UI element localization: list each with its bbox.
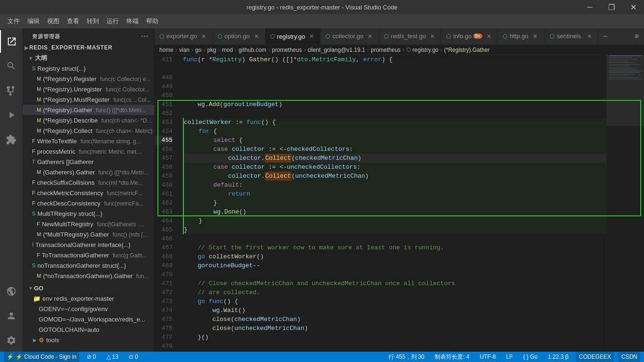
go-toolchain-value[interactable]: GOTOOLCHAIN=auto — [23, 324, 154, 335]
menu-goto[interactable]: 转到 — [83, 15, 103, 27]
status-warnings[interactable]: △ 13 — [104, 352, 121, 362]
breadcrumb-prometheus1[interactable]: prometheus — [272, 47, 302, 53]
outline-mustregister[interactable]: M (*Registry).MustRegister func(cs ...Co… — [23, 94, 154, 105]
outline-writetextfile[interactable]: F WriteToTextfile func(filename string, … — [23, 136, 154, 146]
go-tools[interactable]: ▶ ⚙ tools — [23, 335, 154, 345]
sidebar-more-icon[interactable]: ··· — [141, 32, 149, 41]
outline-multit[interactable]: S MultiTRegistry struct{...} — [23, 208, 154, 219]
tab-close-http[interactable]: ✕ — [531, 33, 539, 40]
tab-exporter[interactable]: ⬡ exporter.go ✕ — [155, 28, 213, 44]
outline-registry[interactable]: S Registry struct{...} — [23, 63, 154, 74]
breadcrumb-gather-method[interactable]: (*Registry).Gather — [444, 47, 490, 53]
tab-info[interactable]: ⬡ info.go 9+ ✕ — [441, 28, 497, 44]
outline-checkdesc[interactable]: F checkDescConsistency func(metricFa... — [23, 198, 154, 208]
outline-processmetric[interactable]: F processMetric func(metric Metric, met.… — [23, 146, 154, 156]
tab-collector[interactable]: ⬡ collector.go ✕ — [321, 28, 379, 44]
settings-icon[interactable] — [0, 329, 23, 352]
source-control-icon[interactable] — [0, 79, 23, 102]
close-button[interactable]: ✕ — [622, 0, 644, 14]
outline-gatherers[interactable]: T Gatherers []Gatherer — [23, 156, 154, 167]
go-mod-value[interactable]: GOMOD=~/Java_Workspace/redis_e... — [23, 314, 154, 324]
outline-newmulti[interactable]: F NewMultiTRegistry func(tGatherers .... — [23, 219, 154, 229]
breadcrumb-mod[interactable]: mod — [222, 47, 233, 53]
menu-terminal[interactable]: 终端 — [123, 15, 142, 27]
outline-header[interactable]: ▼ 大纲 — [23, 53, 154, 63]
breadcrumb-home[interactable]: home — [159, 47, 173, 53]
extensions-icon[interactable] — [0, 128, 23, 151]
status-line-ending[interactable]: LF — [504, 352, 516, 362]
outline-totransact[interactable]: F ToTransactionalGatherer func(g Gath... — [23, 250, 154, 260]
outline-checksuffix[interactable]: F checkSuffixCollisions func(mf *dto.Me.… — [23, 177, 154, 188]
status-csdn[interactable]: CSDN — [619, 352, 640, 362]
outline-describe[interactable]: M (*Registry).Describe func(ch chan<- *D… — [23, 115, 154, 125]
outline-multit-gather[interactable]: M (*MultiTRegistry).Gather func() (mfs [… — [23, 229, 154, 239]
explorer-icon[interactable] — [0, 30, 23, 53]
status-line-col[interactable]: 行 455，列 30 — [386, 352, 427, 362]
tab-close-option[interactable]: ✕ — [253, 33, 260, 40]
tab-http[interactable]: ⬡ http.go ✕ — [498, 28, 545, 44]
menubar: 文件 编辑 视图 查看 转到 运行 终端 帮助 — [0, 14, 644, 28]
breadcrumb-registry-file[interactable]: ⬡ registry.go — [406, 47, 438, 53]
outline-notransact[interactable]: S noTransactionGatherer struct{...} — [23, 260, 154, 271]
titlebar-title: registry.go - redis_exporter-master - Vi… — [247, 4, 397, 11]
status-indent[interactable]: 制表符长度: 4 — [432, 352, 472, 362]
status-encoding[interactable]: UTF-8 — [477, 352, 499, 362]
tab-option[interactable]: ⬡ option.go ✕ — [213, 28, 265, 44]
tab-close-redis-test[interactable]: ✕ — [429, 33, 436, 40]
outline-transact[interactable]: I TransactionalGatherer interface{...} — [23, 239, 154, 250]
indent-label: 制表符长度: 4 — [435, 353, 469, 361]
tab-close-registry[interactable]: ✕ — [308, 33, 315, 40]
outline-collect[interactable]: M (*Registry).Collect func(ch chan<- Met… — [23, 125, 154, 136]
run-debug-icon[interactable] — [0, 104, 23, 126]
tab-sentinels[interactable]: ⬡ sentinels. ✕ — [545, 28, 598, 44]
tab-close-collector[interactable]: ✕ — [366, 33, 374, 40]
menu-edit[interactable]: 编辑 — [24, 15, 43, 27]
search-icon[interactable] — [0, 55, 23, 77]
breadcrumb-client[interactable]: client_golang@v1.19.1 — [307, 47, 365, 53]
menu-select[interactable]: 视图 — [43, 15, 63, 27]
remote-icon[interactable] — [0, 280, 23, 303]
tab-registry[interactable]: ⬡ registry.go ✕ — [265, 28, 321, 44]
breadcrumb-go[interactable]: go — [195, 47, 201, 53]
editor-area: ⬡ exporter.go ✕ ⬡ option.go ✕ ⬡ registry… — [155, 28, 644, 352]
tab-close-exporter[interactable]: ✕ — [200, 33, 207, 40]
statusbar-right: 行 455，列 30 制表符长度: 4 UTF-8 LF { } Go 1.22… — [386, 352, 640, 362]
go-section-header[interactable]: ▼ GO — [23, 283, 154, 293]
tab-close-sentinels[interactable]: ✕ — [586, 33, 593, 40]
minimap[interactable] — [606, 55, 644, 352]
status-codegeex[interactable]: CODEGEEX — [576, 352, 614, 362]
menu-help[interactable]: 帮助 — [142, 15, 162, 27]
status-language[interactable]: { } Go — [520, 352, 541, 362]
status-info[interactable]: ⊙ 0 — [126, 352, 141, 362]
outline-unregister[interactable]: M (*Registry).Unregister func(c Collecto… — [23, 84, 154, 94]
outline-notransact-gather[interactable]: M (*noTransactionGatherer).Gather fun... — [23, 271, 154, 281]
go-env-folder[interactable]: 📁 env redis_exporter-master — [23, 293, 154, 304]
outline-checkmetric[interactable]: F checkMetricConsistency func(metricF... — [23, 188, 154, 198]
breadcrumb-vian[interactable]: vian — [179, 47, 190, 53]
tab-redis-test[interactable]: ⬡ redis_test.go ✕ — [379, 28, 441, 44]
code-content[interactable]: func (r *Registry) Gather() ([]*dto.Metr… — [178, 55, 606, 352]
status-errors[interactable]: ⊘ 0 — [84, 352, 99, 362]
sidebar-content[interactable]: ▶ REDIS_EXPORTER-MASTER ▼ 大纲 S Registry … — [23, 42, 154, 352]
breadcrumb-pkg[interactable]: pkg — [207, 47, 216, 53]
outline-gatherers-gather[interactable]: M (Gatherers).Gather func() ([]*dto.Metr… — [23, 167, 154, 177]
maximize-button[interactable]: ❐ — [601, 0, 622, 14]
status-remote[interactable]: ⚡ ⚡ Cloud Code - Sign in — [4, 352, 79, 362]
tab-close-info[interactable]: ✕ — [485, 33, 493, 40]
encoding-label: UTF-8 — [480, 354, 496, 360]
code-line-459: return — [183, 189, 606, 198]
menu-view[interactable]: 查看 — [63, 15, 83, 27]
breadcrumb-github[interactable]: github.com — [239, 47, 266, 53]
go-env-value[interactable]: GOENV=~/.config/go/env — [23, 304, 154, 314]
account-icon[interactable] — [0, 304, 23, 327]
tabs-split-button[interactable]: ⊞ — [630, 28, 644, 44]
outline-register[interactable]: M (*Registry).Register func(c Collector)… — [23, 74, 154, 84]
status-go-version[interactable]: 1.22.3 β — [545, 352, 571, 362]
breadcrumb-prometheus2[interactable]: prometheus — [371, 47, 400, 53]
tabs-more-button[interactable]: ⋯ — [598, 28, 612, 44]
minimize-button[interactable]: ─ — [579, 0, 601, 14]
outline-gather[interactable]: M (*Registry).Gather func() ([]*dto.Metr… — [23, 105, 154, 115]
menu-run[interactable]: 运行 — [103, 15, 123, 27]
menu-file[interactable]: 文件 — [4, 15, 24, 27]
tree-root[interactable]: ▶ REDIS_EXPORTER-MASTER — [23, 42, 154, 53]
